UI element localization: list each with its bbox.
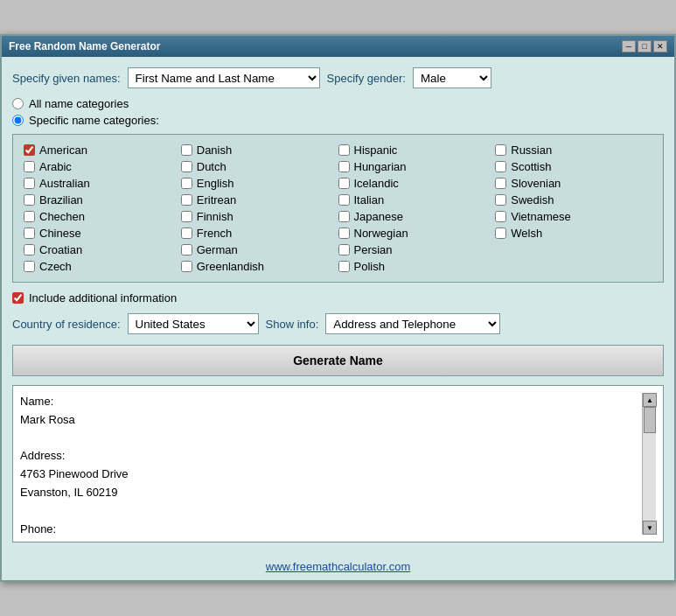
czech-label[interactable]: Czech [39, 260, 72, 273]
hungarian-checkbox[interactable] [338, 161, 350, 172]
all-categories-radio[interactable] [12, 98, 24, 109]
col1: American Arabic Australian Brazilian [24, 142, 181, 275]
norwegian-label[interactable]: Norwegian [354, 227, 408, 240]
col2: Danish Dutch English Eritrean [181, 142, 338, 275]
greenlandish-checkbox[interactable] [181, 261, 192, 272]
scrollbar[interactable]: ▲ ▼ [642, 393, 656, 535]
croatian-checkbox[interactable] [24, 244, 35, 256]
all-categories-label[interactable]: All name categories [29, 97, 129, 110]
german-checkbox[interactable] [181, 244, 192, 256]
specify-gender-select[interactable]: Male Female Either [413, 67, 491, 88]
czech-checkbox[interactable] [24, 261, 35, 272]
scroll-track[interactable] [643, 407, 656, 521]
hispanic-label[interactable]: Hispanic [354, 144, 398, 157]
french-checkbox[interactable] [181, 228, 192, 239]
checkbox-swedish: Swedish [495, 192, 652, 208]
eritrean-checkbox[interactable] [181, 194, 192, 206]
scroll-down-button[interactable]: ▼ [643, 521, 657, 535]
dutch-checkbox[interactable] [181, 161, 192, 172]
scottish-checkbox[interactable] [495, 161, 506, 172]
american-checkbox[interactable] [24, 144, 35, 156]
specific-categories-label[interactable]: Specific name categories: [29, 114, 159, 127]
french-label[interactable]: French [197, 227, 232, 240]
chechen-checkbox[interactable] [24, 211, 35, 222]
norwegian-checkbox[interactable] [338, 228, 350, 239]
country-select[interactable]: United States Australia Canada United Ki… [128, 313, 259, 334]
american-label[interactable]: American [39, 144, 87, 157]
arabic-checkbox[interactable] [24, 161, 35, 172]
specific-categories-radio[interactable] [12, 115, 24, 126]
danish-checkbox[interactable] [181, 144, 192, 156]
checkbox-vietnamese: Vietnamese [495, 208, 652, 225]
polish-checkbox[interactable] [338, 261, 350, 272]
australian-label[interactable]: Australian [39, 177, 90, 190]
danish-label[interactable]: Danish [197, 144, 232, 157]
chechen-label[interactable]: Chechen [39, 210, 85, 223]
vietnamese-checkbox[interactable] [495, 211, 506, 222]
close-button[interactable]: ✕ [653, 40, 667, 52]
welsh-label[interactable]: Welsh [511, 227, 542, 240]
vietnamese-label[interactable]: Vietnamese [511, 210, 570, 223]
additional-info-label[interactable]: Include additional information [29, 291, 177, 304]
checkbox-english: English [181, 175, 338, 192]
additional-info-row: Include additional information [12, 291, 664, 304]
greenlandish-label[interactable]: Greenlandish [197, 260, 264, 273]
australian-checkbox[interactable] [24, 178, 35, 189]
specify-gender-label: Specify gender: [327, 72, 406, 85]
icelandic-label[interactable]: Icelandic [354, 177, 399, 190]
finnish-label[interactable]: Finnish [197, 210, 233, 223]
scroll-up-button[interactable]: ▲ [643, 393, 657, 407]
checkbox-chechen: Chechen [24, 208, 181, 225]
checkbox-chinese: Chinese [24, 225, 181, 242]
footer-link[interactable]: www.freemathcalculator.com [2, 553, 674, 580]
generate-button[interactable]: Generate Name [12, 345, 664, 376]
checkbox-hungarian: Hungarian [338, 158, 496, 175]
croatian-label[interactable]: Croatian [39, 243, 82, 256]
swedish-label[interactable]: Swedish [511, 193, 554, 206]
dutch-label[interactable]: Dutch [197, 160, 226, 173]
welsh-checkbox[interactable] [495, 228, 506, 239]
japanese-checkbox[interactable] [338, 211, 350, 222]
checkbox-arabic: Arabic [24, 158, 181, 175]
brazilian-label[interactable]: Brazilian [39, 193, 83, 206]
minimize-button[interactable]: ─ [622, 40, 636, 52]
finnish-checkbox[interactable] [181, 211, 192, 222]
icelandic-checkbox[interactable] [338, 178, 350, 189]
chinese-checkbox[interactable] [24, 228, 35, 239]
checkbox-australian: Australian [24, 175, 181, 192]
japanese-label[interactable]: Japanese [354, 210, 403, 223]
slovenian-label[interactable]: Slovenian [511, 177, 561, 190]
polish-label[interactable]: Polish [354, 260, 385, 273]
title-bar: Free Random Name Generator ─ □ ✕ [2, 36, 674, 57]
specific-categories-radio-row: Specific name categories: [12, 114, 664, 127]
persian-checkbox[interactable] [338, 244, 350, 256]
english-label[interactable]: English [197, 177, 234, 190]
show-info-select[interactable]: Address and Telephone Address Only Telep… [325, 313, 500, 334]
checkbox-slovenian: Slovenian [495, 175, 652, 192]
hispanic-checkbox[interactable] [338, 144, 350, 156]
slovenian-checkbox[interactable] [495, 178, 506, 189]
russian-checkbox[interactable] [495, 144, 506, 156]
arabic-label[interactable]: Arabic [39, 160, 72, 173]
all-categories-radio-row: All name categories [12, 97, 664, 110]
specify-given-select[interactable]: First Name and Last Name First Name Only… [128, 67, 320, 88]
italian-label[interactable]: Italian [354, 193, 385, 206]
german-label[interactable]: German [197, 243, 238, 256]
brazilian-checkbox[interactable] [24, 194, 35, 206]
country-row: Country of residence: United States Aust… [12, 313, 664, 334]
col4: Russian Scottish Slovenian Swedish [495, 142, 652, 275]
eritrean-label[interactable]: Eritrean [197, 193, 237, 206]
scroll-thumb[interactable] [644, 407, 656, 433]
scottish-label[interactable]: Scottish [511, 160, 551, 173]
checkbox-german: German [181, 242, 338, 258]
english-checkbox[interactable] [181, 178, 192, 189]
italian-checkbox[interactable] [338, 194, 350, 206]
checkbox-welsh: Welsh [495, 225, 652, 242]
swedish-checkbox[interactable] [495, 194, 506, 206]
maximize-button[interactable]: □ [638, 40, 652, 52]
additional-info-checkbox[interactable] [12, 292, 24, 304]
persian-label[interactable]: Persian [354, 243, 393, 256]
chinese-label[interactable]: Chinese [39, 227, 81, 240]
russian-label[interactable]: Russian [511, 144, 552, 157]
hungarian-label[interactable]: Hungarian [354, 160, 407, 173]
